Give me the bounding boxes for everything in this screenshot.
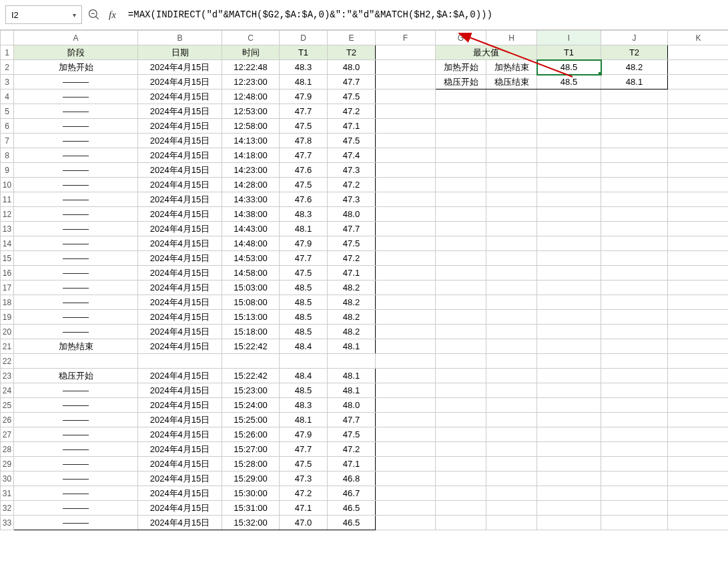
t1-cell[interactable]: 47.6	[280, 192, 328, 207]
time-cell[interactable]: 15:25:00	[222, 413, 280, 427]
date-cell[interactable]: 2024年4月15日	[138, 310, 222, 325]
time-cell[interactable]	[222, 354, 280, 369]
t1-cell[interactable]: 48.1	[280, 413, 328, 427]
t1-cell[interactable]: 48.3	[280, 398, 328, 413]
name-box[interactable]: I2 ▾	[5, 5, 82, 24]
t1-cell[interactable]: 47.7	[280, 104, 328, 119]
cell[interactable]	[537, 148, 601, 163]
date-cell[interactable]: 2024年4月15日	[138, 75, 222, 89]
t2-cell[interactable]: 47.2	[328, 104, 376, 119]
side-label[interactable]: 稳压开始	[436, 75, 486, 89]
cell[interactable]	[668, 295, 729, 310]
t1-cell[interactable]	[280, 354, 328, 369]
time-cell[interactable]: 12:53:00	[222, 104, 280, 119]
cell[interactable]	[436, 398, 486, 413]
time-cell[interactable]: 14:23:00	[222, 163, 280, 178]
cell[interactable]	[668, 45, 729, 60]
date-cell[interactable]	[138, 354, 222, 369]
date-cell[interactable]: 2024年4月15日	[138, 222, 222, 236]
cell[interactable]	[601, 192, 668, 207]
cell[interactable]	[537, 178, 601, 192]
t1-cell[interactable]: 48.1	[280, 222, 328, 236]
cell[interactable]	[376, 383, 436, 398]
cell[interactable]	[486, 280, 537, 295]
cell[interactable]	[537, 192, 601, 207]
time-cell[interactable]: 15:13:00	[222, 310, 280, 325]
row-header[interactable]: 3	[1, 75, 14, 89]
cell[interactable]	[436, 325, 486, 339]
cell[interactable]	[601, 207, 668, 222]
phase-cell[interactable]: ———	[14, 134, 138, 148]
cell[interactable]	[537, 398, 601, 413]
phase-cell[interactable]: ———	[14, 104, 138, 119]
t1-cell[interactable]: 47.9	[280, 427, 328, 442]
date-cell[interactable]: 2024年4月15日	[138, 486, 222, 501]
cell[interactable]	[486, 236, 537, 251]
cell[interactable]	[436, 222, 486, 236]
t1-cell[interactable]: 47.0	[280, 516, 328, 530]
date-cell[interactable]: 2024年4月15日	[138, 280, 222, 295]
t2-cell[interactable]: 47.2	[328, 442, 376, 457]
time-cell[interactable]: 14:58:00	[222, 266, 280, 280]
cell[interactable]	[668, 427, 729, 442]
date-cell[interactable]: 2024年4月15日	[138, 163, 222, 178]
col-header[interactable]: B	[138, 31, 222, 45]
cell[interactable]	[668, 354, 729, 369]
col-header[interactable]: E	[328, 31, 376, 45]
cell[interactable]	[537, 501, 601, 516]
phase-cell[interactable]: ———	[14, 295, 138, 310]
cell[interactable]	[486, 310, 537, 325]
time-cell[interactable]: 14:53:00	[222, 251, 280, 266]
cell[interactable]	[376, 295, 436, 310]
cell[interactable]	[376, 457, 436, 472]
cell[interactable]	[668, 207, 729, 222]
cell[interactable]	[668, 325, 729, 339]
date-cell[interactable]: 2024年4月15日	[138, 501, 222, 516]
cell[interactable]	[436, 369, 486, 383]
cell[interactable]	[436, 354, 486, 369]
time-cell[interactable]: 14:18:00	[222, 148, 280, 163]
phase-cell[interactable]: ———	[14, 427, 138, 442]
cell[interactable]	[376, 148, 436, 163]
t2-cell[interactable]: 47.5	[328, 236, 376, 251]
col-header[interactable]: K	[668, 31, 729, 45]
row-header[interactable]: 22	[1, 354, 14, 369]
cell[interactable]	[436, 251, 486, 266]
col-header[interactable]: A	[14, 31, 138, 45]
cell[interactable]	[601, 413, 668, 427]
row-header[interactable]: 23	[1, 369, 14, 383]
date-cell[interactable]: 2024年4月15日	[138, 398, 222, 413]
cell[interactable]	[537, 236, 601, 251]
cell[interactable]	[601, 369, 668, 383]
date-cell[interactable]: 2024年4月15日	[138, 369, 222, 383]
cell[interactable]	[436, 339, 486, 354]
t2-cell[interactable]: 47.2	[328, 178, 376, 192]
t1-cell[interactable]: 48.3	[280, 60, 328, 75]
cell[interactable]	[537, 325, 601, 339]
row-header[interactable]: 20	[1, 325, 14, 339]
cell[interactable]	[486, 222, 537, 236]
active-cell[interactable]: 48.5	[537, 60, 601, 75]
cell[interactable]	[601, 89, 668, 104]
time-cell[interactable]: 15:29:00	[222, 472, 280, 486]
t1-cell[interactable]: 47.5	[280, 266, 328, 280]
row-header[interactable]: 4	[1, 89, 14, 104]
row-header[interactable]: 33	[1, 516, 14, 530]
cell[interactable]	[436, 442, 486, 457]
date-cell[interactable]: 2024年4月15日	[138, 207, 222, 222]
cell[interactable]	[376, 104, 436, 119]
cell[interactable]	[537, 104, 601, 119]
row-header[interactable]: 21	[1, 339, 14, 354]
cell[interactable]	[668, 486, 729, 501]
cell[interactable]	[601, 354, 668, 369]
row-header[interactable]: 6	[1, 119, 14, 134]
cell[interactable]	[436, 516, 486, 530]
t2-cell[interactable]: 47.4	[328, 148, 376, 163]
row-header[interactable]: 15	[1, 251, 14, 266]
cell[interactable]	[668, 119, 729, 134]
phase-cell[interactable]: ———	[14, 413, 138, 427]
cell[interactable]	[486, 457, 537, 472]
cell[interactable]	[601, 383, 668, 398]
t1-cell[interactable]: 47.5	[280, 457, 328, 472]
cell[interactable]	[486, 178, 537, 192]
